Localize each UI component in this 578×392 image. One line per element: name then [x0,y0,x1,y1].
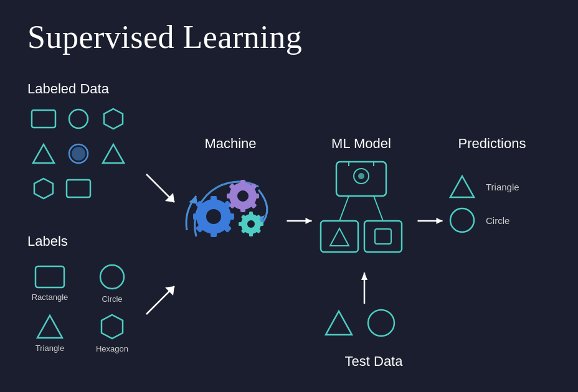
svg-rect-34 [227,194,232,198]
label-triangle: Triangle [19,308,81,358]
predictions-heading: Predictions [442,136,542,152]
shape-hexagon-outline-2 [27,172,60,205]
svg-rect-32 [240,207,245,212]
svg-marker-63 [437,218,443,224]
svg-rect-41 [249,212,253,215]
prediction-circle-icon [448,207,476,234]
svg-point-12 [100,265,124,289]
arrow-labeled-to-machine [143,171,181,208]
svg-marker-14 [102,315,123,338]
gears-icon [178,162,277,261]
svg-point-65 [450,208,474,232]
prediction-circle-row: Circle [448,207,519,234]
svg-rect-8 [67,180,90,197]
test-triangle-icon [324,309,354,337]
svg-marker-67 [361,273,367,280]
svg-rect-24 [193,213,199,220]
svg-rect-33 [254,194,259,198]
prediction-triangle-row: Triangle [448,174,519,199]
label-hexagon-text: Hexagon [96,344,128,353]
svg-marker-59 [330,228,349,246]
test-circle-icon [366,308,396,338]
svg-marker-6 [103,144,124,163]
ml-model-heading: ML Model [318,136,405,152]
page-title: Supervised Learning [27,19,302,55]
shape-circle-outline [62,103,95,135]
svg-rect-31 [240,180,245,185]
svg-point-1 [69,110,88,128]
svg-point-53 [358,173,364,179]
svg-rect-43 [260,222,263,226]
svg-rect-61 [375,229,391,244]
svg-rect-0 [32,110,55,128]
labeled-data-heading: Labeled Data [27,81,109,97]
svg-rect-22 [211,231,217,237]
label-rectangle-text: Ractangle [32,292,69,302]
label-hexagon: Hexagon [81,308,143,358]
machine-heading: Machine [190,136,271,152]
label-rectangle: Ractangle [19,258,81,308]
ml-model-diagram [311,159,411,258]
shape-circle-blue [62,138,95,170]
svg-marker-68 [326,311,352,335]
svg-rect-21 [211,196,217,202]
svg-rect-11 [36,266,64,287]
svg-marker-7 [34,179,53,198]
shape-empty [97,172,130,205]
labels-heading: Labels [27,233,68,250]
prediction-circle-label: Circle [486,215,509,226]
svg-point-30 [237,190,249,202]
svg-point-40 [247,220,255,228]
svg-marker-13 [37,315,62,338]
label-triangle-text: Triangle [36,343,64,353]
labeled-data-shapes [27,103,130,205]
test-data-shapes [324,308,396,338]
svg-rect-60 [364,221,402,252]
svg-line-56 [339,196,349,221]
prediction-triangle-icon [448,174,476,199]
label-circle-text: Circle [102,294,122,304]
shape-rectangle-outline [27,103,60,135]
svg-rect-44 [239,222,242,226]
shape-hexagon-outline [97,103,130,135]
svg-rect-42 [249,233,253,236]
svg-point-5 [72,147,85,161]
arrow-testdata-to-mlmodel [358,266,371,307]
svg-rect-23 [228,213,234,220]
svg-point-69 [368,310,394,336]
svg-point-20 [206,209,221,224]
svg-marker-17 [189,196,197,204]
predictions-list: Triangle Circle [448,174,519,241]
svg-line-57 [374,196,383,221]
arrow-mlmodel-to-predictions [416,215,450,227]
svg-marker-2 [104,109,123,129]
prediction-triangle-label: Triangle [486,182,519,192]
svg-marker-3 [33,144,54,163]
shape-triangle-outline [27,138,60,170]
shape-triangle-outline-2 [97,138,130,170]
label-circle: Circle [81,258,143,308]
test-data-heading: Test Data [336,353,411,370]
labels-shapes-grid: Ractangle Circle Triangle Hexagon [19,258,143,358]
arrow-labels-to-machine [143,280,181,317]
svg-marker-64 [450,176,474,197]
svg-marker-50 [306,218,312,224]
svg-rect-58 [321,221,358,252]
shape-rectangle-outline-2 [62,172,95,205]
